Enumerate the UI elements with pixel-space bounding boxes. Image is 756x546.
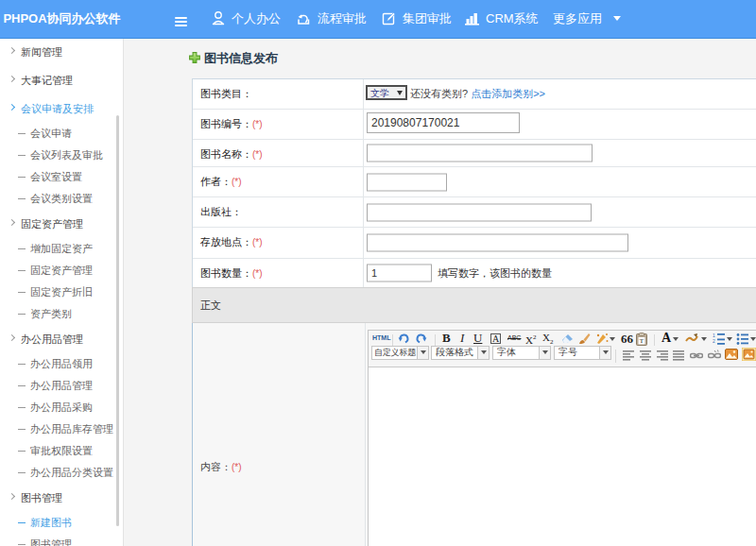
- svg-text:2: 2: [713, 338, 715, 344]
- svg-text:T: T: [640, 337, 644, 345]
